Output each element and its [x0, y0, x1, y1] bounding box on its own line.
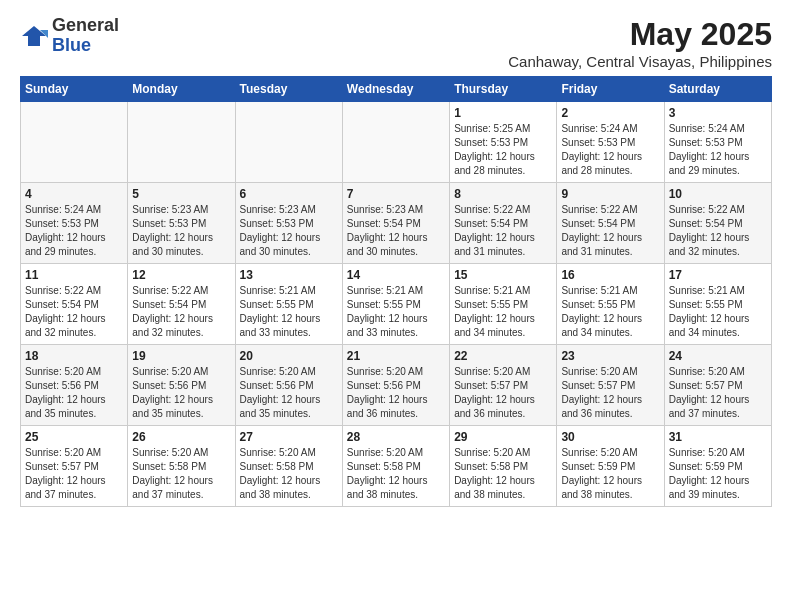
day-info: Sunrise: 5:20 AMSunset: 5:56 PMDaylight:…	[240, 365, 338, 421]
day-info: Sunrise: 5:23 AMSunset: 5:53 PMDaylight:…	[240, 203, 338, 259]
day-info: Sunrise: 5:22 AMSunset: 5:54 PMDaylight:…	[561, 203, 659, 259]
calendar-cell: 22Sunrise: 5:20 AMSunset: 5:57 PMDayligh…	[450, 345, 557, 426]
day-number: 6	[240, 187, 338, 201]
day-number: 20	[240, 349, 338, 363]
day-info: Sunrise: 5:21 AMSunset: 5:55 PMDaylight:…	[561, 284, 659, 340]
day-number: 3	[669, 106, 767, 120]
day-info: Sunrise: 5:24 AMSunset: 5:53 PMDaylight:…	[669, 122, 767, 178]
calendar-cell: 8Sunrise: 5:22 AMSunset: 5:54 PMDaylight…	[450, 183, 557, 264]
day-info: Sunrise: 5:22 AMSunset: 5:54 PMDaylight:…	[454, 203, 552, 259]
calendar-cell	[235, 102, 342, 183]
calendar-cell: 12Sunrise: 5:22 AMSunset: 5:54 PMDayligh…	[128, 264, 235, 345]
day-number: 14	[347, 268, 445, 282]
day-info: Sunrise: 5:20 AMSunset: 5:58 PMDaylight:…	[454, 446, 552, 502]
weekday-header-monday: Monday	[128, 77, 235, 102]
calendar-cell: 23Sunrise: 5:20 AMSunset: 5:57 PMDayligh…	[557, 345, 664, 426]
calendar-cell: 4Sunrise: 5:24 AMSunset: 5:53 PMDaylight…	[21, 183, 128, 264]
calendar-cell: 26Sunrise: 5:20 AMSunset: 5:58 PMDayligh…	[128, 426, 235, 507]
day-number: 19	[132, 349, 230, 363]
day-number: 17	[669, 268, 767, 282]
day-number: 8	[454, 187, 552, 201]
calendar-cell: 1Sunrise: 5:25 AMSunset: 5:53 PMDaylight…	[450, 102, 557, 183]
calendar-cell: 2Sunrise: 5:24 AMSunset: 5:53 PMDaylight…	[557, 102, 664, 183]
logo-blue-text: Blue	[52, 36, 119, 56]
day-info: Sunrise: 5:21 AMSunset: 5:55 PMDaylight:…	[240, 284, 338, 340]
calendar-cell: 9Sunrise: 5:22 AMSunset: 5:54 PMDaylight…	[557, 183, 664, 264]
day-info: Sunrise: 5:20 AMSunset: 5:57 PMDaylight:…	[669, 365, 767, 421]
calendar-cell: 21Sunrise: 5:20 AMSunset: 5:56 PMDayligh…	[342, 345, 449, 426]
day-number: 24	[669, 349, 767, 363]
day-number: 11	[25, 268, 123, 282]
day-info: Sunrise: 5:23 AMSunset: 5:53 PMDaylight:…	[132, 203, 230, 259]
weekday-header-friday: Friday	[557, 77, 664, 102]
calendar-cell: 25Sunrise: 5:20 AMSunset: 5:57 PMDayligh…	[21, 426, 128, 507]
day-info: Sunrise: 5:20 AMSunset: 5:56 PMDaylight:…	[132, 365, 230, 421]
calendar-cell: 18Sunrise: 5:20 AMSunset: 5:56 PMDayligh…	[21, 345, 128, 426]
day-number: 12	[132, 268, 230, 282]
day-info: Sunrise: 5:24 AMSunset: 5:53 PMDaylight:…	[561, 122, 659, 178]
svg-marker-0	[22, 26, 46, 46]
calendar-cell: 6Sunrise: 5:23 AMSunset: 5:53 PMDaylight…	[235, 183, 342, 264]
calendar-cell: 17Sunrise: 5:21 AMSunset: 5:55 PMDayligh…	[664, 264, 771, 345]
day-number: 27	[240, 430, 338, 444]
calendar-cell: 11Sunrise: 5:22 AMSunset: 5:54 PMDayligh…	[21, 264, 128, 345]
day-number: 28	[347, 430, 445, 444]
day-info: Sunrise: 5:20 AMSunset: 5:59 PMDaylight:…	[561, 446, 659, 502]
weekday-header-sunday: Sunday	[21, 77, 128, 102]
calendar-cell: 3Sunrise: 5:24 AMSunset: 5:53 PMDaylight…	[664, 102, 771, 183]
day-info: Sunrise: 5:22 AMSunset: 5:54 PMDaylight:…	[25, 284, 123, 340]
day-info: Sunrise: 5:20 AMSunset: 5:57 PMDaylight:…	[454, 365, 552, 421]
day-number: 18	[25, 349, 123, 363]
calendar-cell: 10Sunrise: 5:22 AMSunset: 5:54 PMDayligh…	[664, 183, 771, 264]
page-header: General Blue May 2025 Canhaway, Central …	[20, 16, 772, 70]
day-number: 23	[561, 349, 659, 363]
day-number: 7	[347, 187, 445, 201]
logo-general-text: General	[52, 16, 119, 36]
calendar-table: SundayMondayTuesdayWednesdayThursdayFrid…	[20, 76, 772, 507]
weekday-header-saturday: Saturday	[664, 77, 771, 102]
day-info: Sunrise: 5:21 AMSunset: 5:55 PMDaylight:…	[347, 284, 445, 340]
calendar-cell: 30Sunrise: 5:20 AMSunset: 5:59 PMDayligh…	[557, 426, 664, 507]
day-info: Sunrise: 5:25 AMSunset: 5:53 PMDaylight:…	[454, 122, 552, 178]
day-info: Sunrise: 5:20 AMSunset: 5:58 PMDaylight:…	[240, 446, 338, 502]
calendar-week-2: 4Sunrise: 5:24 AMSunset: 5:53 PMDaylight…	[21, 183, 772, 264]
day-info: Sunrise: 5:23 AMSunset: 5:54 PMDaylight:…	[347, 203, 445, 259]
calendar-cell: 31Sunrise: 5:20 AMSunset: 5:59 PMDayligh…	[664, 426, 771, 507]
day-number: 16	[561, 268, 659, 282]
calendar-cell: 14Sunrise: 5:21 AMSunset: 5:55 PMDayligh…	[342, 264, 449, 345]
calendar-cell: 29Sunrise: 5:20 AMSunset: 5:58 PMDayligh…	[450, 426, 557, 507]
calendar-cell: 16Sunrise: 5:21 AMSunset: 5:55 PMDayligh…	[557, 264, 664, 345]
day-info: Sunrise: 5:20 AMSunset: 5:56 PMDaylight:…	[347, 365, 445, 421]
logo: General Blue	[20, 16, 119, 56]
calendar-week-1: 1Sunrise: 5:25 AMSunset: 5:53 PMDaylight…	[21, 102, 772, 183]
weekday-header-tuesday: Tuesday	[235, 77, 342, 102]
day-number: 30	[561, 430, 659, 444]
title-block: May 2025 Canhaway, Central Visayas, Phil…	[508, 16, 772, 70]
weekday-header-thursday: Thursday	[450, 77, 557, 102]
day-number: 9	[561, 187, 659, 201]
day-number: 10	[669, 187, 767, 201]
day-info: Sunrise: 5:20 AMSunset: 5:58 PMDaylight:…	[347, 446, 445, 502]
logo-text: General Blue	[52, 16, 119, 56]
day-number: 2	[561, 106, 659, 120]
day-info: Sunrise: 5:22 AMSunset: 5:54 PMDaylight:…	[132, 284, 230, 340]
day-info: Sunrise: 5:20 AMSunset: 5:56 PMDaylight:…	[25, 365, 123, 421]
day-number: 21	[347, 349, 445, 363]
day-info: Sunrise: 5:20 AMSunset: 5:59 PMDaylight:…	[669, 446, 767, 502]
weekday-header-row: SundayMondayTuesdayWednesdayThursdayFrid…	[21, 77, 772, 102]
day-number: 22	[454, 349, 552, 363]
logo-icon	[20, 22, 48, 50]
day-number: 13	[240, 268, 338, 282]
day-info: Sunrise: 5:24 AMSunset: 5:53 PMDaylight:…	[25, 203, 123, 259]
day-info: Sunrise: 5:20 AMSunset: 5:57 PMDaylight:…	[25, 446, 123, 502]
day-info: Sunrise: 5:21 AMSunset: 5:55 PMDaylight:…	[454, 284, 552, 340]
calendar-week-4: 18Sunrise: 5:20 AMSunset: 5:56 PMDayligh…	[21, 345, 772, 426]
day-info: Sunrise: 5:21 AMSunset: 5:55 PMDaylight:…	[669, 284, 767, 340]
calendar-cell	[21, 102, 128, 183]
calendar-week-5: 25Sunrise: 5:20 AMSunset: 5:57 PMDayligh…	[21, 426, 772, 507]
day-number: 25	[25, 430, 123, 444]
day-number: 26	[132, 430, 230, 444]
month-title: May 2025	[508, 16, 772, 53]
day-number: 5	[132, 187, 230, 201]
day-info: Sunrise: 5:22 AMSunset: 5:54 PMDaylight:…	[669, 203, 767, 259]
